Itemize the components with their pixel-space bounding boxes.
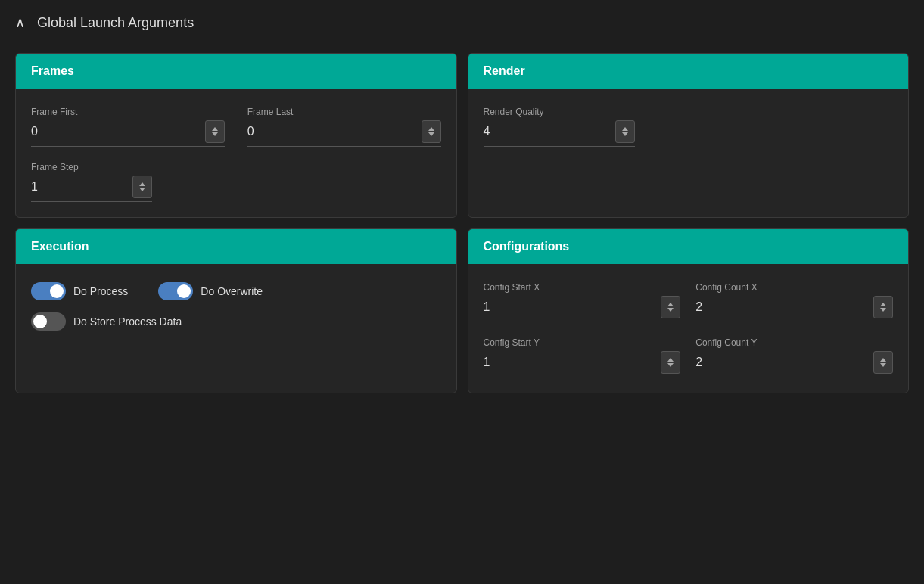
config-start-y-label: Config Start Y [484, 337, 681, 348]
config-start-x-spinner[interactable] [661, 296, 680, 318]
execution-title: Execution [31, 240, 89, 253]
config-start-y-value[interactable]: 1 [484, 356, 661, 369]
header: ∧ Global Launch Arguments [0, 0, 924, 45]
frames-bottom-row: Frame Step 1 [31, 162, 441, 202]
arrow-down-icon [622, 132, 628, 136]
frame-last-group: Frame Last 0 [247, 107, 441, 147]
render-quality-spinner[interactable] [615, 120, 635, 143]
collapse-icon[interactable]: ∧ [15, 14, 25, 31]
config-count-y-input-row: 2 [695, 351, 893, 377]
frames-title: Frames [31, 64, 74, 77]
config-count-y-group: Config Count Y 2 [695, 337, 893, 377]
arrow-up-icon [880, 358, 886, 362]
render-quality-label: Render Quality [484, 107, 635, 117]
frame-last-label: Frame Last [247, 107, 441, 117]
render-card-header: Render [468, 54, 909, 89]
do-store-label: Do Store Process Data [73, 315, 182, 328]
do-store-toggle[interactable] [31, 312, 66, 331]
frame-first-spinner[interactable] [205, 120, 225, 143]
execution-card: Execution Do Process Do Overwrite [15, 228, 457, 393]
arrow-up-icon [428, 127, 434, 131]
frames-card-header: Frames [16, 54, 456, 89]
config-count-x-label: Config Count X [695, 282, 893, 293]
frame-first-input-row: 0 [31, 120, 225, 147]
main-content: Frames Frame First 0 Frame L [0, 45, 924, 408]
render-quality-group: Render Quality 4 [484, 107, 635, 147]
render-quality-value[interactable]: 4 [484, 125, 615, 138]
config-count-y-label: Config Count Y [695, 337, 893, 348]
frame-last-value[interactable]: 0 [247, 125, 422, 138]
arrow-down-icon [880, 308, 886, 312]
config-count-x-input-row: 2 [695, 296, 893, 322]
config-grid: Config Start X 1 Config Count X 2 [484, 282, 894, 377]
frame-last-spinner[interactable] [422, 120, 441, 143]
do-process-item: Do Process [31, 282, 128, 300]
frame-first-label: Frame First [31, 107, 225, 117]
render-card: Render Render Quality 4 [468, 53, 910, 218]
frame-step-group: Frame Step 1 [31, 162, 152, 202]
do-overwrite-toggle[interactable] [158, 282, 193, 300]
toggle-knob [33, 315, 47, 328]
frame-first-group: Frame First 0 [31, 107, 225, 147]
config-start-x-value[interactable]: 1 [484, 300, 661, 314]
arrow-down-icon [212, 132, 218, 136]
frame-last-input-row: 0 [247, 120, 441, 147]
execution-card-header: Execution [16, 229, 456, 264]
config-count-y-value[interactable]: 2 [695, 356, 873, 369]
configurations-title: Configurations [484, 240, 570, 253]
config-start-x-label: Config Start X [484, 282, 681, 293]
arrow-down-icon [428, 132, 434, 136]
page-title: Global Launch Arguments [37, 15, 194, 31]
configurations-card: Configurations Config Start X 1 [468, 228, 910, 393]
frames-card: Frames Frame First 0 Frame L [15, 53, 457, 218]
arrow-down-icon [880, 363, 886, 367]
frame-first-value[interactable]: 0 [31, 125, 205, 138]
arrow-up-icon [667, 303, 674, 306]
frames-top-row: Frame First 0 Frame Last 0 [31, 107, 441, 147]
config-count-x-spinner[interactable] [873, 296, 893, 318]
render-card-body: Render Quality 4 [468, 89, 909, 162]
config-start-x-group: Config Start X 1 [484, 282, 681, 322]
toggle-knob [177, 284, 191, 298]
arrow-up-icon [622, 127, 628, 131]
arrow-down-icon [139, 188, 145, 191]
do-overwrite-label: Do Overwrite [201, 285, 263, 297]
configurations-card-body: Config Start X 1 Config Count X 2 [468, 264, 909, 393]
execution-top-row: Do Process Do Overwrite [31, 282, 441, 300]
arrow-up-icon [667, 358, 674, 362]
render-quality-input-row: 4 [484, 120, 635, 147]
do-overwrite-item: Do Overwrite [158, 282, 263, 300]
config-start-y-spinner[interactable] [661, 351, 680, 374]
frame-step-label: Frame Step [31, 162, 152, 172]
arrow-up-icon [880, 303, 886, 306]
arrow-up-icon [212, 127, 218, 131]
config-start-x-input-row: 1 [484, 296, 681, 322]
do-store-item: Do Store Process Data [31, 312, 182, 331]
execution-card-body: Do Process Do Overwrite Do Store Process… [16, 264, 456, 358]
do-process-label: Do Process [73, 285, 128, 297]
configurations-card-header: Configurations [468, 229, 909, 264]
frames-card-body: Frame First 0 Frame Last 0 [16, 89, 456, 217]
arrow-down-icon [667, 363, 674, 367]
config-count-x-group: Config Count X 2 [695, 282, 893, 322]
do-process-toggle[interactable] [31, 282, 66, 300]
execution-bottom-row: Do Store Process Data [31, 312, 441, 331]
frame-step-value[interactable]: 1 [31, 180, 132, 194]
render-title: Render [484, 64, 525, 77]
config-count-y-spinner[interactable] [873, 351, 893, 374]
config-count-x-value[interactable]: 2 [695, 300, 873, 314]
arrow-up-icon [139, 182, 145, 186]
config-start-y-input-row: 1 [484, 351, 681, 377]
toggle-knob [50, 284, 64, 298]
config-start-y-group: Config Start Y 1 [484, 337, 681, 377]
frame-step-input-row: 1 [31, 176, 152, 202]
frame-step-spinner[interactable] [132, 176, 152, 198]
arrow-down-icon [667, 308, 674, 312]
